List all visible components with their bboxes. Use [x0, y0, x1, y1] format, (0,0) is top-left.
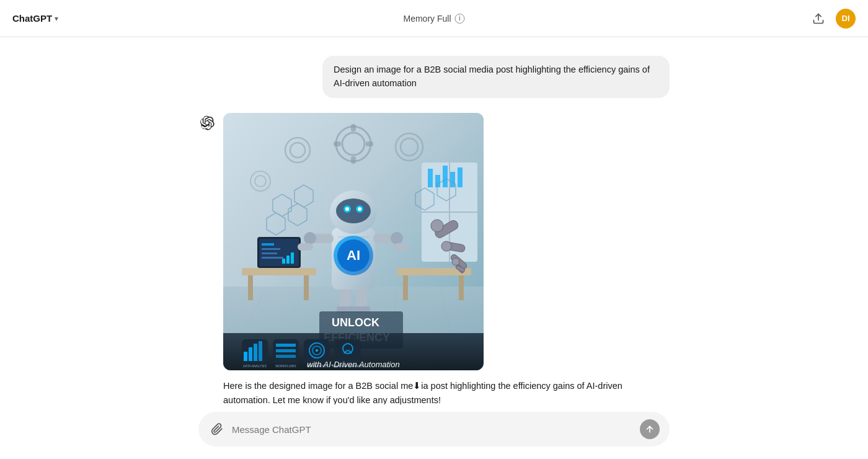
info-icon[interactable]: i	[455, 14, 465, 24]
svg-rect-30	[458, 167, 463, 187]
svg-rect-10	[304, 275, 309, 300]
user-message-bubble: Design an image for a B2B social media p…	[322, 56, 670, 98]
svg-point-78	[345, 207, 349, 211]
svg-rect-72	[394, 243, 409, 251]
message-input-box	[198, 412, 670, 447]
share-button[interactable]	[808, 9, 828, 29]
svg-rect-22	[459, 275, 464, 300]
svg-point-54	[452, 258, 459, 265]
svg-rect-16	[262, 257, 283, 259]
svg-rect-13	[262, 243, 274, 246]
chat-area: Design an image for a B2B social media p…	[0, 37, 868, 404]
svg-rect-34	[351, 156, 356, 164]
svg-point-53	[441, 241, 451, 251]
svg-rect-87	[254, 344, 257, 361]
assistant-message-row: AI	[198, 113, 670, 405]
generated-image[interactable]: AI	[223, 113, 484, 370]
svg-point-79	[358, 207, 361, 211]
svg-rect-26	[428, 169, 433, 187]
header-actions: DI	[808, 9, 856, 29]
svg-rect-28	[443, 166, 448, 187]
svg-point-98	[316, 349, 318, 352]
svg-point-75	[336, 198, 371, 223]
svg-rect-29	[450, 172, 455, 187]
svg-rect-8	[242, 268, 316, 275]
svg-rect-92	[276, 349, 296, 352]
svg-text:UNLOCK: UNLOCK	[332, 316, 379, 329]
svg-point-70	[391, 232, 403, 244]
chevron-down-icon: ▾	[55, 14, 58, 23]
app-name-dropdown[interactable]: ChatGPT ▾	[12, 13, 58, 24]
input-area	[0, 404, 868, 459]
svg-point-69	[304, 232, 316, 244]
svg-text:DATA ANALYSIS: DATA ANALYSIS	[243, 364, 267, 368]
app-name-label: ChatGPT	[12, 13, 52, 24]
svg-text:WORKFLOWS: WORKFLOWS	[275, 364, 296, 368]
svg-rect-9	[248, 275, 253, 300]
user-avatar[interactable]: DI	[836, 9, 856, 29]
send-button[interactable]	[640, 419, 660, 439]
svg-rect-18	[286, 256, 290, 264]
message-input[interactable]	[232, 424, 634, 435]
chatgpt-icon	[198, 114, 216, 131]
svg-text:AI: AI	[347, 247, 360, 263]
memory-full-label: Memory Full	[403, 14, 451, 24]
svg-rect-19	[291, 252, 294, 264]
svg-rect-85	[244, 352, 247, 361]
assistant-response-text: Here is the designed image for a B2B soc…	[223, 379, 670, 405]
svg-text:with AI-Driven Automation: with AI-Driven Automation	[307, 360, 399, 369]
svg-rect-71	[298, 243, 313, 251]
user-message-row: Design an image for a B2B social media p…	[198, 56, 670, 98]
svg-rect-93	[276, 355, 296, 358]
memory-status: Memory Full i	[403, 14, 464, 24]
svg-rect-21	[403, 275, 408, 300]
attachment-button[interactable]	[208, 421, 226, 438]
svg-rect-35	[334, 141, 341, 146]
svg-rect-15	[262, 252, 277, 254]
app-header: ChatGPT ▾ Memory Full i DI	[0, 0, 868, 37]
svg-rect-33	[351, 124, 356, 131]
svg-rect-27	[435, 175, 440, 187]
svg-rect-36	[366, 141, 373, 146]
assistant-content: AI	[223, 113, 670, 405]
svg-rect-91	[276, 344, 296, 347]
svg-rect-88	[259, 341, 262, 361]
chat-messages: Design an image for a B2B social media p…	[198, 56, 670, 404]
svg-point-52	[431, 220, 443, 232]
svg-rect-57	[340, 287, 351, 308]
svg-rect-58	[356, 287, 367, 308]
svg-rect-86	[249, 347, 252, 361]
svg-rect-14	[262, 248, 280, 250]
svg-rect-17	[282, 259, 285, 264]
